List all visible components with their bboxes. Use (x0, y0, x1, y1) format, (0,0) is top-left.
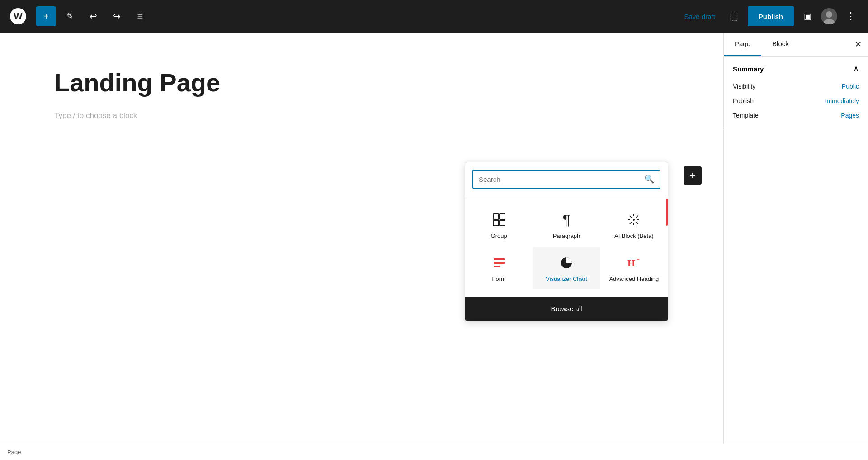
ai-label: AI Block (Beta) (614, 232, 654, 239)
publish-row: Publish Immediately (733, 94, 859, 108)
scroll-indicator (666, 199, 668, 226)
group-label: Group (491, 232, 507, 239)
tab-page[interactable]: Page (724, 33, 761, 56)
svg-text:+: + (637, 256, 640, 262)
block-placeholder[interactable]: Type / to choose a block (54, 111, 669, 120)
redo-icon: ↪ (113, 11, 121, 22)
template-label: Template (733, 112, 759, 119)
preview-icon: ⬚ (730, 11, 738, 22)
chart-icon (557, 254, 576, 272)
publish-label: Publish (733, 97, 754, 104)
add-block-toolbar-button[interactable]: + (36, 6, 56, 26)
search-icon: 🔍 (644, 174, 654, 184)
collapse-icon: ∧ (853, 64, 859, 74)
template-row: Template Pages (733, 108, 859, 123)
svg-rect-17 (494, 262, 505, 264)
svg-line-11 (630, 216, 632, 218)
settings-button[interactable]: ▣ (797, 6, 817, 26)
sidebar-content: Summary ∧ Visibility Public Publish Imme… (724, 57, 868, 460)
svg-point-1 (826, 11, 832, 18)
advanced-heading-icon: H + (625, 254, 643, 272)
toolbar: W + ✎ ↩ ↪ ≡ Save draft ⬚ Publish ▣ ⋮ (0, 0, 868, 33)
search-input-wrapper: 🔍 (472, 170, 660, 189)
undo-button[interactable]: ↩ (83, 6, 103, 26)
tab-block[interactable]: Block (761, 33, 800, 56)
plus-icon: + (689, 169, 696, 182)
form-label: Form (492, 275, 505, 282)
save-draft-button[interactable]: Save draft (679, 9, 720, 24)
block-item-paragraph[interactable]: ¶ Paragraph (533, 204, 600, 247)
template-value[interactable]: Pages (841, 112, 859, 119)
block-inserter-popup: 🔍 Group ¶ Paragraph (465, 162, 668, 321)
visibility-value[interactable]: Public (842, 83, 859, 90)
more-icon: ⋮ (846, 10, 856, 22)
more-options-button[interactable]: ⋮ (841, 6, 861, 26)
main-layout: Landing Page Type / to choose a block + … (0, 33, 868, 460)
wp-logo[interactable]: W (7, 0, 29, 33)
paragraph-icon: ¶ (557, 211, 576, 229)
undo-icon: ↩ (90, 11, 97, 22)
group-icon (490, 211, 508, 229)
sidebar: Page Block ✕ Summary ∧ Visibility Public… (723, 33, 868, 460)
preview-button[interactable]: ⬚ (724, 6, 744, 26)
sidebar-tabs: Page Block ✕ (724, 33, 868, 57)
add-block-inline-button[interactable]: + (684, 166, 702, 185)
search-box: 🔍 (465, 162, 668, 196)
plus-icon: + (43, 11, 49, 22)
svg-rect-3 (493, 214, 499, 219)
block-item-form[interactable]: Form (465, 247, 533, 289)
block-item-ai[interactable]: AI Block (Beta) (600, 204, 668, 247)
svg-rect-5 (493, 220, 499, 226)
close-sidebar-button[interactable]: ✕ (848, 33, 868, 56)
summary-header[interactable]: Summary ∧ (733, 64, 859, 74)
svg-point-15 (633, 219, 635, 221)
list-view-button[interactable]: ≡ (130, 6, 150, 26)
svg-line-12 (636, 222, 638, 224)
summary-section: Summary ∧ Visibility Public Publish Imme… (724, 57, 868, 130)
avatar[interactable] (821, 8, 837, 24)
svg-rect-6 (500, 220, 505, 226)
search-input[interactable] (479, 175, 644, 183)
publish-button[interactable]: Publish (748, 6, 794, 26)
block-item-visualizer[interactable]: Visualizer Chart (533, 247, 600, 289)
svg-rect-18 (494, 266, 500, 267)
svg-line-14 (630, 222, 632, 224)
svg-rect-4 (500, 214, 505, 219)
publish-value[interactable]: Immediately (825, 97, 859, 104)
close-icon: ✕ (855, 39, 862, 49)
browse-all-button[interactable]: Browse all (465, 297, 668, 321)
redo-button[interactable]: ↪ (107, 6, 127, 26)
pen-icon: ✎ (66, 11, 73, 21)
status-bar: Page (0, 444, 868, 460)
svg-text:H: H (627, 257, 635, 269)
block-grid: Group ¶ Paragraph (465, 196, 668, 297)
svg-line-13 (636, 216, 638, 218)
list-icon: ≡ (137, 10, 143, 22)
form-icon (490, 254, 508, 272)
svg-rect-16 (494, 258, 505, 260)
paragraph-label: Paragraph (553, 232, 580, 239)
block-item-group[interactable]: Group (465, 204, 533, 247)
visualizer-label: Visualizer Chart (546, 275, 587, 282)
summary-title: Summary (733, 65, 764, 73)
visibility-row: Visibility Public (733, 79, 859, 94)
block-item-advanced-heading[interactable]: H + Advanced Heading (600, 247, 668, 289)
page-title: Landing Page (54, 69, 669, 97)
pen-tool-button[interactable]: ✎ (60, 6, 80, 26)
ai-icon (625, 211, 643, 229)
visibility-label: Visibility (733, 83, 755, 90)
settings-icon: ▣ (804, 11, 811, 21)
status-page-label: Page (7, 449, 21, 455)
advanced-heading-label: Advanced Heading (609, 275, 659, 282)
